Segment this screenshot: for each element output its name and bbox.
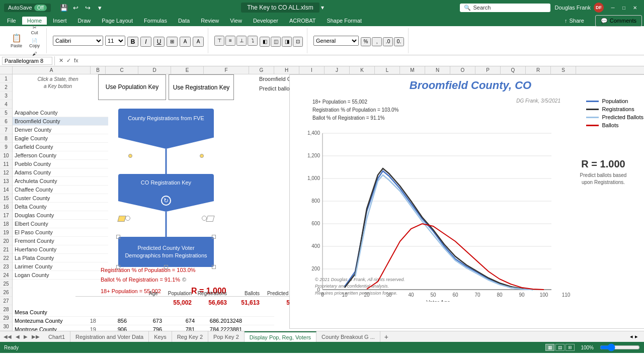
- format-painter-button[interactable]: 🖌: [27, 50, 42, 57]
- minimize-button[interactable]: ─: [608, 3, 618, 13]
- number-format-select[interactable]: General: [313, 36, 359, 46]
- sheet-tab-display-active[interactable]: Display Pop, Reg, Voters: [245, 331, 316, 342]
- list-item[interactable]: Arapahoe County: [13, 109, 108, 117]
- tab-insert[interactable]: Insert: [48, 17, 72, 25]
- scroll-right-icon[interactable]: ▸: [635, 333, 638, 340]
- sheet-nav-prev[interactable]: ◀: [14, 334, 21, 339]
- tab-page-layout[interactable]: Page Layout: [97, 17, 138, 25]
- sheet-tab-reg-voter[interactable]: Registration and Voter Data: [70, 331, 149, 342]
- col-header-P[interactable]: P: [475, 66, 501, 74]
- wrap-text-button[interactable]: ⤵: [248, 36, 258, 46]
- align-center-button[interactable]: ◫: [271, 37, 281, 47]
- col-header-O[interactable]: O: [450, 66, 475, 74]
- sheet-nav-next[interactable]: ▶: [22, 334, 29, 339]
- page-break-view-button[interactable]: ⊞: [566, 344, 575, 351]
- col-header-L[interactable]: L: [375, 66, 400, 74]
- list-item[interactable]: Custer County: [13, 194, 108, 203]
- sheet-tab-keys[interactable]: Keys: [149, 331, 172, 342]
- sheet-tab-pop-key2[interactable]: Pop Key 2: [208, 331, 245, 342]
- align-bottom-button[interactable]: ⊥: [236, 36, 247, 46]
- list-item[interactable]: La Plata County: [13, 254, 108, 262]
- list-item[interactable]: Pueblo County: [13, 160, 108, 168]
- list-item[interactable]: Denver County: [13, 126, 108, 134]
- name-box[interactable]: [2, 57, 52, 65]
- tab-draw[interactable]: Draw: [73, 17, 96, 25]
- comments-button[interactable]: 💬 Comments: [595, 15, 642, 27]
- sheet-tab-reg-key2[interactable]: Reg Key 2: [172, 331, 208, 342]
- list-item[interactable]: Chaffee County: [13, 186, 108, 194]
- bold-button[interactable]: B: [127, 37, 138, 47]
- fill-color-button[interactable]: A: [180, 37, 191, 47]
- paste-button[interactable]: 📋 Paste: [8, 32, 25, 49]
- use-registration-button[interactable]: Use Registration Key: [169, 74, 234, 100]
- formula-input[interactable]: [83, 58, 642, 64]
- tab-view[interactable]: View: [225, 17, 247, 25]
- close-button[interactable]: ✕: [630, 3, 640, 13]
- sheet-nav-last[interactable]: ▶▶: [30, 334, 41, 339]
- font-color-button[interactable]: A: [193, 37, 204, 47]
- col-header-M[interactable]: M: [400, 66, 425, 74]
- list-item[interactable]: Delta County: [13, 203, 108, 211]
- align-right-button[interactable]: ◨: [282, 37, 292, 47]
- confirm-formula-icon[interactable]: ✓: [66, 57, 71, 64]
- sheet-tab-chart1[interactable]: Chart1: [43, 331, 70, 342]
- undo-icon[interactable]: ↩: [71, 3, 81, 13]
- search-bar[interactable]: 🔍 Search: [460, 4, 550, 12]
- list-item[interactable]: Adams County: [13, 168, 108, 177]
- list-item[interactable]: Archuleta County: [13, 177, 108, 186]
- col-header-Q[interactable]: Q: [501, 66, 526, 74]
- tab-data[interactable]: Data: [173, 17, 195, 25]
- font-size-select[interactable]: 11: [105, 36, 125, 46]
- list-item[interactable]: Huerfano County: [13, 245, 108, 254]
- share-button[interactable]: ↑ Share: [557, 16, 591, 26]
- insert-function-icon[interactable]: fx: [74, 57, 78, 64]
- comma-button[interactable]: ,: [372, 37, 382, 46]
- col-header-K[interactable]: K: [350, 66, 375, 74]
- align-left-button[interactable]: ◧: [260, 37, 270, 47]
- tab-acrobat[interactable]: ACROBAT: [284, 17, 320, 25]
- col-header-C[interactable]: C: [106, 66, 138, 74]
- tab-shape-format[interactable]: Shape Format: [321, 17, 367, 25]
- merge-cells-button[interactable]: ⊡: [293, 37, 303, 47]
- tab-file[interactable]: File: [2, 17, 21, 25]
- list-item[interactable]: El Paso County: [13, 228, 108, 237]
- zoom-slider[interactable]: [600, 344, 640, 350]
- col-header-B[interactable]: B: [91, 66, 106, 74]
- list-item[interactable]: Broomfield County: [13, 117, 108, 126]
- underline-button[interactable]: U: [153, 37, 165, 47]
- list-item[interactable]: Garfield County: [13, 143, 108, 151]
- align-middle-button[interactable]: ≡: [225, 36, 235, 46]
- page-layout-view-button[interactable]: ▤: [555, 344, 565, 351]
- col-header-G[interactable]: G: [249, 66, 274, 74]
- cancel-formula-icon[interactable]: ✕: [59, 57, 63, 64]
- col-header-N[interactable]: N: [425, 66, 450, 74]
- copy-button[interactable]: 📄 Copy: [27, 37, 42, 49]
- col-header-J[interactable]: J: [325, 66, 350, 74]
- col-header-R[interactable]: R: [526, 66, 551, 74]
- list-item[interactable]: Elbert County: [13, 220, 108, 228]
- increase-decimal-button[interactable]: .0: [383, 37, 393, 46]
- save-icon[interactable]: 💾: [59, 3, 69, 13]
- customize-icon[interactable]: ▾: [95, 3, 105, 13]
- percent-button[interactable]: %: [361, 37, 371, 46]
- col-header-S[interactable]: S: [551, 66, 576, 74]
- decrease-decimal-button[interactable]: 0.: [394, 37, 404, 46]
- font-family-select[interactable]: Calibri: [53, 36, 103, 46]
- col-header-F[interactable]: F: [204, 66, 249, 74]
- list-item[interactable]: Fremont County: [13, 237, 108, 245]
- col-header-A[interactable]: A: [13, 66, 91, 74]
- tab-developer[interactable]: Developer: [248, 17, 283, 25]
- col-header-D[interactable]: D: [138, 66, 171, 74]
- cut-button[interactable]: ✂ Cut: [27, 24, 42, 36]
- scroll-left-icon[interactable]: ◂: [630, 333, 633, 340]
- list-item[interactable]: Larimer County: [13, 262, 108, 271]
- autosave-toggle[interactable]: Off: [34, 5, 47, 11]
- border-button[interactable]: ⊞: [167, 37, 178, 47]
- sheet-nav-first[interactable]: ◀◀: [2, 334, 13, 339]
- tab-review[interactable]: Review: [196, 17, 224, 25]
- list-item[interactable]: Logan County: [13, 271, 108, 280]
- sheet-tab-county-breakout[interactable]: County Breakout G ...: [316, 331, 380, 342]
- italic-button[interactable]: I: [140, 37, 151, 47]
- col-header-I[interactable]: I: [299, 66, 325, 74]
- use-population-button[interactable]: Use Population Key: [98, 74, 166, 100]
